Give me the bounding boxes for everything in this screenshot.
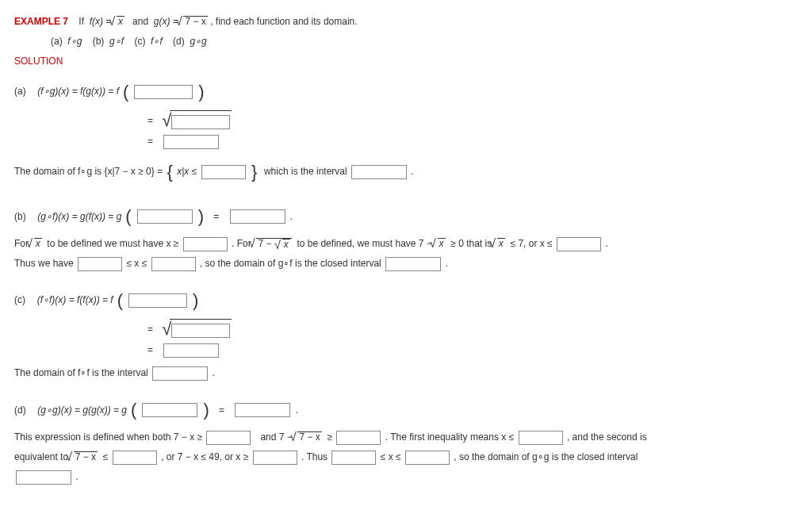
pa-xbar: x|x ≤ — [177, 166, 197, 177]
pc-dom: The domain of f∘f is the interval — [14, 367, 148, 378]
part-a-line2: = √ — [147, 110, 798, 132]
pb-period2: . — [605, 238, 607, 249]
pa-dom-post: which is the interval — [264, 166, 347, 177]
part-a-line1: (a) (f∘g)(x) = f(g(x)) = f ( ) — [14, 75, 798, 109]
pb-thus: Thus we have — [14, 258, 74, 269]
pa-blank-interval[interactable] — [351, 165, 407, 179]
part-d-line4: . — [14, 468, 798, 486]
sqrt-x4: √x — [497, 235, 505, 253]
pb-blank-lo[interactable] — [78, 257, 122, 271]
pa-period: . — [411, 166, 413, 177]
pc-blank-interval[interactable] — [152, 366, 208, 381]
pd-blank-e[interactable] — [253, 451, 297, 465]
sqrt-box: √ — [162, 110, 232, 132]
sqrt-box2: √ — [162, 319, 232, 340]
pc-lhs: (f∘f)(x) = f(f(x)) = f — [37, 291, 113, 309]
sqrt-7mx-d: √7 − x — [297, 428, 321, 447]
example-header: EXAMPLE 7 If f(x) = √x and g(x) = √7 − x… — [14, 13, 798, 31]
pb-blank-hi[interactable] — [151, 257, 196, 271]
sqrt-x2: √x — [34, 235, 42, 253]
pd-eq: = — [219, 401, 224, 420]
pd-blank-lo[interactable] — [331, 451, 376, 465]
pb-period: . — [290, 208, 293, 226]
pd-blank-inner[interactable] — [142, 403, 197, 417]
pa-blank-result[interactable] — [163, 135, 219, 149]
part-b-line1: (b) (g∘f)(x) = g(f(x)) = g ( ) = . — [14, 200, 798, 233]
close-paren-icon4: ) — [202, 393, 209, 427]
pc-blank-inner[interactable] — [128, 293, 187, 308]
pd-blank-result[interactable] — [235, 403, 290, 417]
pa-blank-sqrt[interactable] — [171, 115, 230, 129]
pb-lexle: ≤ x ≤ — [126, 258, 147, 269]
pb-blank-result[interactable] — [230, 209, 285, 224]
pd-blank-a[interactable] — [206, 431, 251, 445]
part-a-domain: The domain of f∘g is {x|7 − x ≥ 0} = { x… — [14, 155, 798, 189]
pb-blank-inner[interactable] — [137, 209, 193, 224]
pd-blank-b[interactable] — [336, 431, 381, 445]
open-paren-icon3: ( — [117, 284, 124, 317]
pd-label: (d) — [14, 401, 26, 420]
part-b-fn: g∘f — [109, 36, 124, 47]
pd-lexle: ≤ x ≤ — [381, 451, 401, 462]
pb-blank-xge[interactable] — [183, 237, 228, 251]
sqrt-7msqx: √7 − √x — [256, 235, 291, 253]
part-b-thus: Thus we have ≤ x ≤ , so the domain of g∘… — [14, 255, 798, 273]
pd-and: and 7 − — [260, 431, 292, 443]
and: and — [132, 16, 148, 27]
open-paren-icon: ( — [122, 75, 129, 109]
part-c-lbl: (c) — [134, 36, 145, 47]
pc-label: (c) — [14, 291, 25, 309]
g-eq: g(x) = — [154, 16, 178, 27]
pd-first: . The first inequality means x ≤ — [385, 431, 514, 443]
pb-blank-interval[interactable] — [385, 257, 441, 271]
pa-dom-pre: The domain of f∘g is {x|7 − x ≥ 0} = — [14, 166, 163, 177]
pd-l2a: This expression is defined when both 7 −… — [14, 431, 202, 443]
pd-ge: ≥ — [327, 431, 333, 443]
pd-blank-d[interactable] — [113, 451, 157, 465]
brace-close-icon: } — [250, 162, 259, 182]
open-paren-icon4: ( — [130, 393, 137, 427]
pd-equiv: equivalent to — [14, 451, 68, 462]
part-d-lbl: (d) — [173, 36, 185, 47]
pc-eq: = — [147, 320, 153, 339]
pb-period3: . — [445, 258, 447, 269]
pa-blank-inner[interactable] — [134, 85, 193, 99]
pa-blank-setval[interactable] — [201, 165, 246, 179]
pd-blank-interval[interactable] — [16, 470, 71, 485]
part-d-line1: (d) (g∘g)(x) = g(g(x)) = g ( ) = . — [14, 393, 798, 427]
pc-blank-result[interactable] — [163, 343, 219, 358]
sqrt-7mx: √7 − x — [183, 13, 207, 31]
part-c-fn: f∘f — [151, 36, 163, 47]
pc-period: . — [212, 367, 214, 378]
pd-period: . — [295, 401, 297, 420]
pd-thus: . Thus — [301, 451, 327, 462]
part-d-line3: equivalent to √7 − x ≤ , or 7 − x ≤ 49, … — [14, 448, 798, 466]
pd-period2: . — [75, 471, 78, 482]
part-c-line2: = √ — [147, 319, 798, 340]
sqrt-x3: √x — [438, 235, 446, 253]
open-paren-icon2: ( — [124, 200, 132, 233]
pa-label: (a) — [14, 82, 26, 101]
pd-blank-c[interactable] — [519, 431, 563, 445]
pb-after: to be defined, we must have 7 − — [297, 238, 431, 249]
part-c-line1: (c) (f∘f)(x) = f(f(x)) = f ( ) — [14, 284, 798, 317]
pd-closed: , so the domain of g∘g is the closed int… — [454, 451, 638, 462]
brace-open-icon: { — [165, 162, 174, 182]
close-paren-icon3: ) — [192, 284, 199, 317]
sqrt-x: √x — [117, 13, 124, 31]
part-c-domain: The domain of f∘f is the interval . — [14, 364, 798, 382]
example-label: EXAMPLE 7 — [14, 16, 68, 27]
pc-blank-sqrt[interactable] — [171, 324, 230, 338]
pd-le: ≤ — [103, 451, 109, 462]
pb-eq: = — [213, 208, 219, 226]
pd-second: , and the second is — [567, 431, 647, 443]
pd-blank-hi[interactable] — [405, 451, 450, 465]
eq-sign2: = — [147, 132, 153, 151]
solution-label: SOLUTION — [14, 52, 798, 71]
part-d-line2: This expression is defined when both 7 −… — [14, 428, 798, 447]
sqrt-7mx-d2: √7 − x — [74, 448, 98, 466]
pb-blank-xle[interactable] — [557, 237, 601, 251]
part-a-fn: f∘g — [67, 36, 82, 47]
pd-or49: , or 7 − x ≤ 49, or x ≥ — [161, 451, 248, 462]
pb-mid: to be defined we must have x ≥ — [47, 238, 178, 249]
